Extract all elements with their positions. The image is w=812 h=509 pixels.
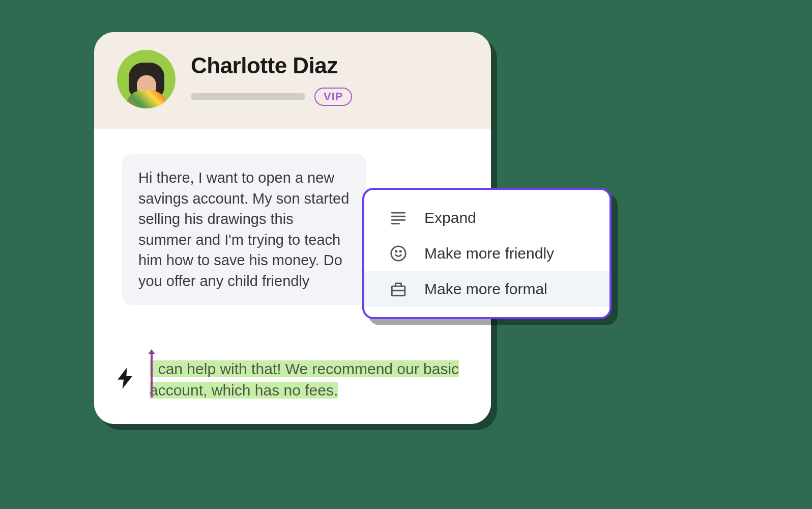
tone-menu: Expand Make more friendly Make more form… [362,188,612,319]
menu-item-expand[interactable]: Expand [364,200,610,236]
vip-badge: VIP [314,88,352,106]
customer-header-info: Charlotte Diaz VIP [191,53,468,106]
customer-avatar[interactable] [117,50,176,108]
reply-text: I can help with that! We recommend our b… [150,358,468,401]
reply-area: I can help with that! We recommend our b… [94,343,491,424]
svg-point-6 [400,251,401,252]
menu-item-label: Make more friendly [424,245,554,262]
chat-header: Charlotte Diaz VIP [94,32,491,129]
customer-message: Hi there, I want to open a new savings a… [122,154,366,305]
menu-item-label: Expand [424,209,476,227]
briefcase-icon [389,279,408,299]
customer-name: Charlotte Diaz [191,53,468,78]
avatar-image [124,63,169,108]
svg-point-5 [396,251,397,252]
customer-meta: VIP [191,88,468,106]
menu-item-label: Make more formal [424,280,547,298]
meta-placeholder [191,93,305,100]
smile-icon [389,244,408,263]
bolt-icon[interactable] [117,367,134,389]
menu-item-friendly[interactable]: Make more friendly [364,236,610,271]
text-cursor-icon [148,349,155,400]
expand-icon [389,208,408,228]
menu-item-formal[interactable]: Make more formal [364,271,610,307]
reply-input[interactable]: I can help with that! We recommend our b… [150,358,468,401]
svg-point-4 [391,246,405,261]
